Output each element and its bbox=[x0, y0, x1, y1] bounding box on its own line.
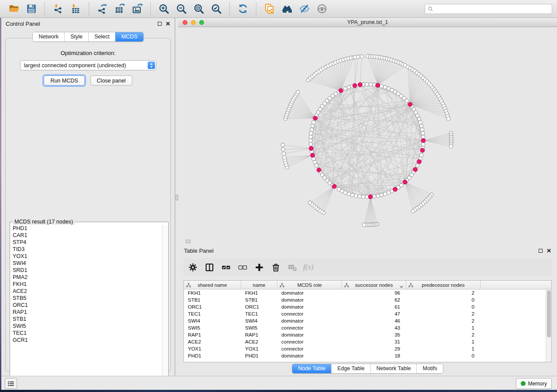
open-file-button[interactable] bbox=[5, 1, 23, 16]
float-panel-icon[interactable] bbox=[158, 22, 162, 26]
mcds-result-item[interactable]: ORC1 bbox=[10, 302, 163, 309]
select-all-button[interactable] bbox=[218, 260, 233, 274]
horizontal-splitter-grip[interactable] bbox=[186, 240, 190, 243]
mcds-result-item[interactable]: CAR1 bbox=[10, 232, 163, 239]
save-button[interactable] bbox=[23, 1, 40, 16]
network-node[interactable] bbox=[383, 192, 387, 196]
tab-network-table[interactable]: Network Table bbox=[370, 364, 417, 373]
table-row[interactable]: PHD1PHD1dominator180 bbox=[184, 352, 551, 359]
table-row[interactable]: STB1STB1dominator620 bbox=[184, 296, 551, 303]
network-node-dominator[interactable] bbox=[353, 83, 357, 88]
close-panel-icon[interactable]: ✕ bbox=[547, 249, 551, 253]
memory-button[interactable]: Memory bbox=[516, 378, 552, 389]
network-node[interactable] bbox=[362, 223, 366, 227]
network-node[interactable] bbox=[309, 131, 313, 135]
mcds-result-item[interactable]: SWI5 bbox=[10, 323, 163, 330]
tab-motifs[interactable]: Motifs bbox=[416, 364, 443, 373]
network-node[interactable] bbox=[360, 55, 363, 58]
network-node[interactable] bbox=[343, 87, 347, 90]
show-all-button[interactable] bbox=[313, 1, 331, 16]
network-node[interactable] bbox=[365, 83, 369, 86]
network-node[interactable] bbox=[281, 143, 284, 147]
mcds-result-item[interactable]: TEC1 bbox=[10, 330, 163, 337]
search-field[interactable] bbox=[425, 4, 552, 14]
table-row[interactable]: SWI5SWI5connector431 bbox=[184, 324, 551, 331]
network-node-dominator[interactable] bbox=[403, 180, 407, 184]
column-header-successor-nodes[interactable]: successor nodes bbox=[342, 281, 406, 289]
table-row[interactable]: SWI4SWI4dominator462 bbox=[184, 317, 551, 324]
network-node[interactable] bbox=[420, 128, 424, 131]
network-node[interactable] bbox=[421, 131, 425, 135]
network-node-dominator[interactable] bbox=[368, 195, 373, 199]
network-node[interactable] bbox=[416, 164, 419, 167]
network-node[interactable] bbox=[347, 86, 350, 89]
float-panel-icon[interactable] bbox=[539, 249, 543, 253]
add-row-button[interactable] bbox=[252, 260, 266, 274]
network-node[interactable] bbox=[312, 120, 315, 124]
network-node[interactable] bbox=[358, 195, 361, 198]
mcds-result-item[interactable]: SWI4 bbox=[10, 260, 163, 267]
network-node[interactable] bbox=[343, 191, 347, 194]
network-node[interactable] bbox=[387, 87, 390, 90]
network-node[interactable] bbox=[350, 193, 354, 196]
network-node[interactable] bbox=[416, 114, 419, 117]
network-node[interactable] bbox=[422, 142, 425, 146]
column-header-shared-name[interactable]: shared name bbox=[184, 281, 241, 289]
table-row[interactable]: ORC1ORC1dominator610 bbox=[184, 303, 551, 310]
tab-node-table[interactable]: Node Table bbox=[292, 364, 331, 373]
export-table-button[interactable] bbox=[111, 1, 128, 16]
panel-list-button[interactable] bbox=[5, 378, 17, 389]
refresh-button[interactable] bbox=[234, 1, 252, 16]
network-node[interactable] bbox=[376, 194, 380, 197]
close-panel-button[interactable]: Close panel bbox=[90, 76, 132, 86]
mcds-result-item[interactable]: SRD1 bbox=[10, 267, 163, 274]
network-node[interactable] bbox=[337, 188, 340, 191]
search-input[interactable] bbox=[433, 4, 552, 14]
find-network-button[interactable] bbox=[278, 1, 296, 16]
tab-select[interactable]: Select bbox=[88, 32, 115, 41]
tab-mcds[interactable]: MCDS bbox=[115, 32, 143, 41]
scrollbar-thumb[interactable] bbox=[547, 290, 551, 337]
network-node[interactable] bbox=[308, 201, 311, 204]
tab-edge-table[interactable]: Edge Table bbox=[331, 364, 370, 373]
mcds-result-item[interactable]: GCR1 bbox=[10, 337, 163, 344]
import-network-button[interactable] bbox=[49, 1, 67, 16]
mcds-result-item[interactable]: TID3 bbox=[10, 246, 163, 253]
network-node-dominator[interactable] bbox=[317, 168, 321, 172]
network-node[interactable] bbox=[309, 142, 312, 146]
network-node[interactable] bbox=[419, 120, 422, 124]
network-node[interactable] bbox=[446, 117, 450, 120]
mcds-list-scrollbar[interactable] bbox=[162, 225, 168, 383]
mcds-result-item[interactable]: FKH1 bbox=[10, 281, 163, 288]
network-node[interactable] bbox=[380, 193, 383, 196]
export-network-button[interactable] bbox=[93, 1, 111, 16]
table-row[interactable]: ACE2ACE2connector311 bbox=[184, 338, 551, 345]
network-node[interactable] bbox=[422, 135, 425, 138]
network-node-dominator[interactable] bbox=[339, 89, 343, 93]
network-node[interactable] bbox=[449, 144, 453, 148]
mcds-result-item[interactable]: PMA2 bbox=[10, 274, 163, 281]
network-node-dominator[interactable] bbox=[313, 116, 318, 120]
column-header-predecessor-nodes[interactable]: predecessor nodes bbox=[406, 281, 481, 289]
zoom-fit-button[interactable] bbox=[190, 1, 208, 16]
network-node[interactable] bbox=[387, 191, 390, 194]
clone-network-button[interactable] bbox=[261, 1, 278, 16]
tab-network[interactable]: Network bbox=[33, 32, 64, 41]
network-node[interactable] bbox=[296, 90, 300, 94]
network-node[interactable] bbox=[405, 99, 408, 103]
column-header-name[interactable]: name bbox=[241, 281, 277, 289]
run-mcds-button[interactable]: Run MCDS bbox=[44, 76, 84, 86]
network-node[interactable] bbox=[347, 192, 350, 196]
column-header-MCDS-role[interactable]: MCDS role bbox=[277, 281, 342, 289]
mcds-result-item[interactable]: YOX1 bbox=[10, 253, 163, 260]
network-node-dominator[interactable] bbox=[420, 148, 425, 153]
network-node-dominator[interactable] bbox=[413, 168, 418, 172]
network-node[interactable] bbox=[282, 152, 285, 155]
import-table-button[interactable] bbox=[67, 1, 84, 16]
mcds-result-item[interactable]: STB1 bbox=[10, 316, 163, 323]
network-node-dominator[interactable] bbox=[311, 153, 315, 158]
table-row[interactable]: RAP1RAP1dominator352 bbox=[184, 331, 551, 338]
network-node-dominator[interactable] bbox=[408, 102, 412, 107]
network-node[interactable] bbox=[411, 210, 415, 213]
mcds-result-item[interactable]: PHD1 bbox=[10, 225, 163, 232]
